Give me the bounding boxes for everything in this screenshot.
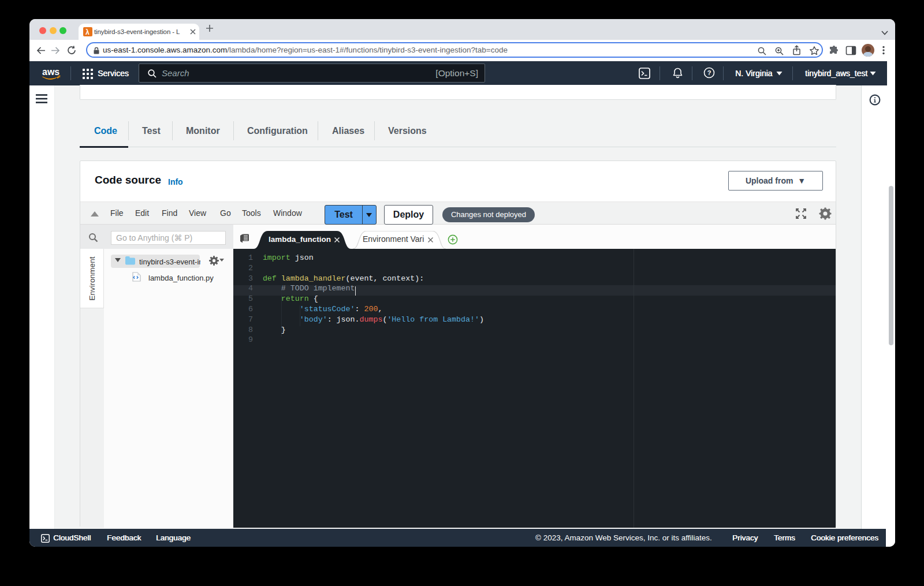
svg-text:?: ? [707,69,711,76]
svg-text:aws: aws [42,67,59,77]
svg-text:λ: λ [85,28,90,36]
